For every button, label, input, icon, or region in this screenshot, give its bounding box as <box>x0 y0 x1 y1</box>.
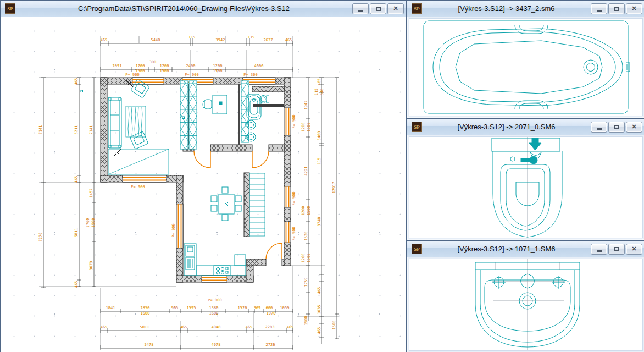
dimension-label: 1595 <box>187 306 196 310</box>
dimension-label: 1500 <box>307 123 311 132</box>
dimension-label: 1500 <box>91 218 96 228</box>
dimension-label: 4606 <box>254 64 264 68</box>
dimension-label: 5478 <box>145 343 154 347</box>
dimension-label: 115 <box>317 158 321 165</box>
maximize-icon <box>614 125 619 129</box>
maximize-button[interactable] <box>608 244 625 255</box>
spirit-app-icon[interactable]: SP <box>5 3 15 14</box>
minimize-button[interactable] <box>591 3 607 14</box>
dimension-label: 1500 <box>160 69 169 73</box>
dimension-label: 465 <box>180 325 187 329</box>
window-parapet-label: P= 900 <box>208 298 221 302</box>
dimension-label: 1200 <box>301 123 306 132</box>
spirit-app-icon[interactable]: SP <box>412 122 422 132</box>
dimension-label: 600 <box>266 306 273 310</box>
window-parapet-label: P= 900 <box>292 227 296 240</box>
close-button[interactable]: ✕ <box>626 244 642 255</box>
bathtub-window: SP [Výkres-3.S12] -> 3437_2.sm6 ✕ <box>407 0 644 118</box>
basin-titlebar[interactable]: SP [Výkres-3.S12] -> 1071_1.SM6 ✕ <box>407 241 644 257</box>
dimension-label: 2091 <box>113 64 122 68</box>
toilet-drawing-canvas[interactable] <box>409 136 643 238</box>
snap-marker <box>81 90 83 92</box>
bathtub-symbol <box>409 19 642 116</box>
maximize-button[interactable] <box>608 3 625 14</box>
dimension-label: 390 <box>149 60 157 64</box>
basin-drawing-canvas[interactable] <box>409 258 643 351</box>
dimension-label: 7276 <box>38 233 43 242</box>
dimension-label: 12917 <box>332 182 336 193</box>
door-arc <box>266 243 282 259</box>
minimize-button[interactable] <box>352 3 369 14</box>
toilet-plan <box>260 96 269 103</box>
window-parapet-label: P= 900 <box>171 223 176 237</box>
close-button[interactable]: ✕ <box>387 3 404 14</box>
basin-window-title: [Výkres-3.S12] -> 1071_1.SM6 <box>424 245 589 253</box>
dimension-label: 115 <box>188 35 196 40</box>
window-parapet-label: P= 900 <box>292 114 296 128</box>
toilet-symbol <box>409 137 642 238</box>
caption-buttons: ✕ <box>591 3 642 14</box>
minimize-icon <box>358 10 363 12</box>
window-opening <box>132 78 164 84</box>
dimension-label: 2726 <box>266 343 275 347</box>
coffee-table-rug <box>126 106 146 137</box>
dimension-label: 1600 <box>209 311 219 316</box>
dimension-label: 1200 <box>301 206 306 216</box>
spirit-app-icon[interactable]: SP <box>412 244 422 254</box>
close-icon: ✕ <box>631 124 636 130</box>
window-parapet-label: P= 900 <box>185 73 198 77</box>
dimension-label: 1500 <box>307 206 311 216</box>
spirit-app-icon[interactable]: SP <box>412 3 422 14</box>
minimize-button[interactable] <box>591 122 607 133</box>
dimension-label: 7141 <box>89 125 93 135</box>
close-icon: ✕ <box>393 6 398 12</box>
close-button[interactable]: ✕ <box>626 3 642 14</box>
toilet-window-title: [Výkres-3.S12] -> 2071_0.SM6 <box>424 123 589 131</box>
dimension-label: 2760 <box>86 218 90 228</box>
close-icon: ✕ <box>631 246 636 252</box>
window-opening <box>176 204 183 248</box>
kitchen-counter <box>184 244 246 276</box>
dimension-label: 465 <box>317 79 321 86</box>
close-button[interactable]: ✕ <box>626 122 642 133</box>
dimension-label: 115 <box>248 35 255 40</box>
main-titlebar[interactable]: SP C:\ProgramData\STI\SPIRIT2014\060_Dra… <box>1 1 406 17</box>
maximize-button[interactable] <box>608 122 625 133</box>
cross-marker <box>114 149 121 156</box>
main-drawing-canvas[interactable]: 4655440115394211526374652091120039012002… <box>1 17 406 352</box>
bathtub-titlebar[interactable]: SP [Výkres-3.S12] -> 3437_2.sm6 ✕ <box>407 1 644 17</box>
dimension-label: 3460 <box>317 131 321 141</box>
toilet-titlebar[interactable]: SP [Výkres-3.S12] -> 2071_0.SM6 ✕ <box>407 119 644 135</box>
dimension-label: 1947 <box>304 101 308 110</box>
close-icon: ✕ <box>631 6 636 12</box>
dimension-label: 1500 <box>307 254 311 263</box>
dimension-label: 465 <box>246 325 253 329</box>
desk-and-chair <box>203 95 227 114</box>
dimension-label: 1500 <box>332 321 336 330</box>
dimension-label: 465 <box>287 325 294 329</box>
shelf-cabinet <box>189 81 197 149</box>
maximize-icon <box>614 7 619 11</box>
caption-buttons: ✕ <box>591 244 642 255</box>
dimension-label: 465 <box>317 287 321 294</box>
dimension-label: 4291 <box>304 167 308 176</box>
sofa <box>108 97 121 148</box>
window-opening <box>284 186 291 207</box>
bathtub-window-title: [Výkres-3.S12] -> 3437_2.sm6 <box>424 4 589 13</box>
stove <box>214 266 230 276</box>
dimension-label: 2850 <box>141 306 150 310</box>
dimension-label: 7141 <box>38 125 43 135</box>
window-parapet-label: P= 900 <box>125 73 139 77</box>
bathtub-drawing-canvas[interactable] <box>409 18 643 116</box>
minimize-button[interactable] <box>591 244 607 255</box>
dimension-label: 1200 <box>213 64 223 68</box>
dimension-label: 465 <box>74 281 79 288</box>
dimension-label: 2283 <box>265 325 275 329</box>
dimension-label: 465 <box>101 325 108 329</box>
staircase <box>249 173 265 236</box>
dimension-label: 2490 <box>186 64 196 68</box>
dining-table-chairs <box>211 187 241 221</box>
dimension-label: 4978 <box>212 343 221 347</box>
dimension-label: 1200 <box>301 254 306 263</box>
maximize-button[interactable] <box>370 3 386 14</box>
